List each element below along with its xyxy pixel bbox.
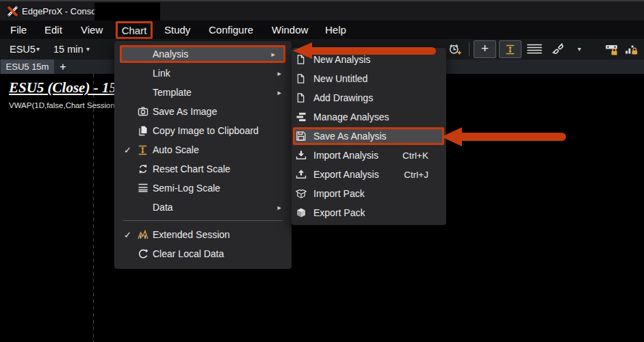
tab-esu5-15m[interactable]: ESU5 15m xyxy=(1,60,54,74)
menu-item-clear-local-data[interactable]: Clear Local Data xyxy=(114,244,292,263)
menu-help[interactable]: Help xyxy=(325,21,346,39)
menu-item-data[interactable]: Data ▸ xyxy=(114,198,292,217)
annotation-arrow-save-as-analysis-head xyxy=(441,127,462,146)
menu-window[interactable]: Window xyxy=(272,21,308,39)
submenu-item-new-untitled[interactable]: New Untitled xyxy=(292,69,446,88)
annotation-arrow-save-as-analysis xyxy=(461,133,566,141)
submenu-item-manage-analyses[interactable]: Manage Analyses xyxy=(292,107,446,127)
menu-study[interactable]: Study xyxy=(164,21,190,39)
auto-scale-icon xyxy=(138,145,153,155)
menu-item-analysis[interactable]: Analysis ▸ xyxy=(120,45,285,63)
menu-chart[interactable]: Chart xyxy=(116,21,153,39)
submenu-arrow-icon: ▸ xyxy=(277,88,281,97)
document-icon xyxy=(296,73,313,84)
broken-link-icon[interactable] xyxy=(552,43,565,55)
menu-bar: File Edit View Chart Study Configure Win… xyxy=(0,21,644,39)
analysis-submenu: New Analysis New Untitled Add Drawings xyxy=(292,48,446,225)
shortcut-label: Ctrl+K xyxy=(402,150,435,161)
caret-down-icon[interactable]: ▾ xyxy=(86,39,90,60)
submenu-item-save-as-analysis[interactable]: Save As Analysis xyxy=(293,127,444,145)
menu-file[interactable]: File xyxy=(10,21,27,39)
menu-view[interactable]: View xyxy=(81,21,103,39)
submenu-item-import-pack[interactable]: Import Pack xyxy=(292,184,446,203)
chart-dropdown-menu: Analysis ▸ Link ▸ Template ▸ Save As Ima… xyxy=(114,41,292,269)
menu-separator xyxy=(123,220,283,221)
crosshair-dashed-line xyxy=(93,74,94,342)
submenu-item-import-analysis[interactable]: Import Analysis Ctrl+K xyxy=(292,146,446,165)
histogram-icon xyxy=(138,229,153,240)
title-bar: EdgeProX - Console xyxy=(0,0,644,21)
vwap-study-label[interactable]: VWAP(1D,false,Chart Session) xyxy=(9,101,118,109)
submenu-arrow-icon: ▸ xyxy=(277,69,281,78)
symbol-selector[interactable]: ESU5 xyxy=(10,39,36,60)
check-icon: ✓ xyxy=(124,230,138,240)
menu-chart-label: Chart xyxy=(122,25,147,36)
caret-down-icon[interactable]: ▾ xyxy=(578,39,581,60)
clear-rotate-icon xyxy=(138,248,153,259)
document-icon xyxy=(296,92,313,103)
save-floppy-icon xyxy=(296,131,313,142)
export-tray-icon xyxy=(296,169,313,180)
add-tab-button[interactable]: + xyxy=(57,60,69,74)
import-tray-icon xyxy=(296,150,313,161)
annotation-arrow-analysis xyxy=(311,47,436,55)
caret-down-icon[interactable]: ▾ xyxy=(36,39,40,60)
open-box-icon xyxy=(296,188,313,199)
toolbar-separator xyxy=(469,42,469,56)
menu-item-link[interactable]: Link ▸ xyxy=(114,64,292,83)
menu-item-template[interactable]: Template ▸ xyxy=(114,83,292,102)
refresh-icon xyxy=(138,163,153,174)
menu-item-reset-chart-scale[interactable]: Reset Chart Scale xyxy=(114,159,292,179)
menu-item-copy-image[interactable]: Copy Image to Clipboard xyxy=(114,121,292,140)
stacked-pages-icon xyxy=(296,111,313,122)
hamburger-lines-icon[interactable] xyxy=(526,43,543,55)
check-icon: ✓ xyxy=(124,145,138,155)
submenu-item-export-analysis[interactable]: Export Analysis Ctrl+J xyxy=(292,165,446,184)
submenu-arrow-icon: ▸ xyxy=(277,203,281,212)
menu-item-extended-session[interactable]: ✓ Extended Session xyxy=(114,225,292,244)
chart-lock-icon[interactable] xyxy=(624,43,638,55)
edgeprox-logo-icon xyxy=(7,5,18,17)
alarm-clock-add-icon[interactable] xyxy=(448,43,462,55)
menu-configure[interactable]: Configure xyxy=(209,21,253,39)
interval-selector[interactable]: 15 min xyxy=(53,39,83,60)
auto-scale-icon xyxy=(505,44,515,55)
shortcut-label: Ctrl+J xyxy=(404,170,435,180)
submenu-item-add-drawings[interactable]: Add Drawings xyxy=(292,88,446,107)
submenu-arrow-icon: ▸ xyxy=(271,50,275,59)
auto-scale-button[interactable] xyxy=(499,40,521,58)
submenu-item-export-pack[interactable]: Export Pack xyxy=(292,203,446,222)
menu-item-save-as-image[interactable]: Save As Image xyxy=(114,102,292,121)
crosshair-plus-icon: + xyxy=(481,41,489,56)
slider-lock-icon[interactable] xyxy=(605,43,618,55)
copy-icon xyxy=(138,125,153,136)
closed-box-icon xyxy=(296,207,313,218)
menu-item-semi-log-scale[interactable]: Semi-Log Scale xyxy=(114,179,292,198)
menu-edit[interactable]: Edit xyxy=(44,21,62,39)
redacted-text-overlay xyxy=(94,3,160,22)
crosshair-tool-button[interactable]: + xyxy=(474,40,496,58)
app-window: EdgeProX - Console File Edit View Chart … xyxy=(0,0,644,342)
log-lines-icon xyxy=(138,183,153,194)
annotation-arrow-analysis-head xyxy=(293,42,312,59)
camera-icon xyxy=(138,106,153,117)
window-title: EdgeProX - Console xyxy=(22,6,103,16)
menu-item-auto-scale[interactable]: ✓ Auto Scale xyxy=(114,140,292,159)
